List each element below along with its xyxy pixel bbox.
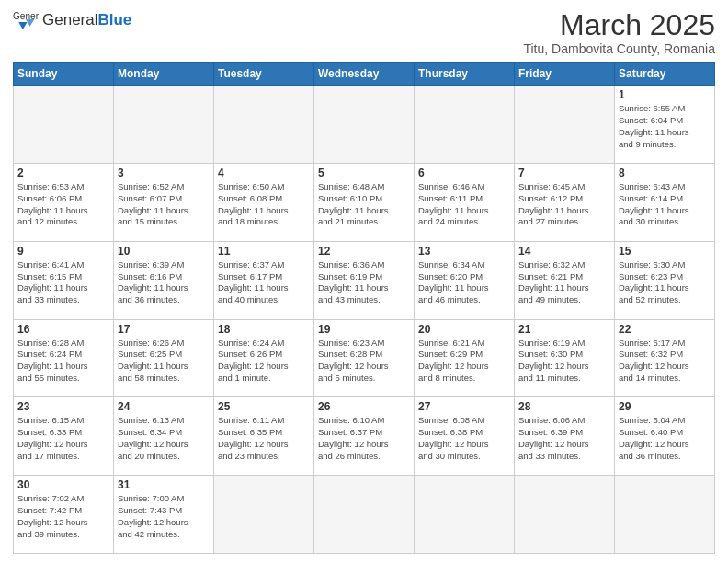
day-number: 6 [418, 167, 510, 179]
calendar-cell: 8Sunrise: 6:43 AM Sunset: 6:14 PM Daylig… [615, 163, 715, 241]
main-title: March 2025 [523, 9, 715, 41]
calendar-cell: 30Sunrise: 7:02 AM Sunset: 7:42 PM Dayli… [14, 476, 114, 554]
calendar-cell: 23Sunrise: 6:15 AM Sunset: 6:33 PM Dayli… [14, 397, 114, 476]
day-info: Sunrise: 6:15 AM Sunset: 6:33 PM Dayligh… [17, 415, 109, 462]
day-number: 29 [619, 400, 711, 413]
day-info: Sunrise: 6:43 AM Sunset: 6:14 PM Dayligh… [619, 181, 711, 228]
calendar-week-3: 9Sunrise: 6:41 AM Sunset: 6:15 PM Daylig… [14, 241, 715, 319]
calendar-cell: 6Sunrise: 6:46 AM Sunset: 6:11 PM Daylig… [415, 163, 515, 241]
calendar-cell [214, 86, 314, 164]
weekday-header-row: SundayMondayTuesdayWednesdayThursdayFrid… [14, 63, 715, 86]
day-number: 11 [218, 245, 310, 258]
calendar-cell: 1Sunrise: 6:55 AM Sunset: 6:04 PM Daylig… [615, 86, 715, 164]
calendar-cell: 12Sunrise: 6:36 AM Sunset: 6:19 PM Dayli… [314, 241, 415, 319]
day-info: Sunrise: 6:53 AM Sunset: 6:06 PM Dayligh… [17, 181, 109, 228]
day-number: 8 [619, 167, 711, 179]
svg-marker-1 [18, 22, 27, 29]
day-number: 12 [318, 245, 410, 258]
day-info: Sunrise: 6:34 AM Sunset: 6:20 PM Dayligh… [418, 259, 510, 306]
weekday-header-saturday: Saturday [615, 63, 715, 86]
day-info: Sunrise: 6:26 AM Sunset: 6:25 PM Dayligh… [118, 338, 210, 385]
day-info: Sunrise: 6:52 AM Sunset: 6:07 PM Dayligh… [118, 181, 210, 228]
day-info: Sunrise: 6:04 AM Sunset: 6:40 PM Dayligh… [619, 415, 711, 462]
calendar-cell: 21Sunrise: 6:19 AM Sunset: 6:30 PM Dayli… [515, 319, 615, 397]
day-number: 22 [619, 323, 711, 336]
day-number: 9 [17, 245, 109, 258]
calendar-cell: 17Sunrise: 6:26 AM Sunset: 6:25 PM Dayli… [114, 319, 214, 397]
day-number: 17 [118, 323, 210, 336]
calendar-cell: 5Sunrise: 6:48 AM Sunset: 6:10 PM Daylig… [314, 163, 415, 241]
day-info: Sunrise: 6:23 AM Sunset: 6:28 PM Dayligh… [318, 338, 410, 385]
calendar-cell: 29Sunrise: 6:04 AM Sunset: 6:40 PM Dayli… [615, 397, 715, 476]
calendar-week-6: 30Sunrise: 7:02 AM Sunset: 7:42 PM Dayli… [14, 476, 715, 554]
subtitle: Titu, Dambovita County, Romania [523, 41, 715, 56]
day-number: 15 [619, 245, 711, 258]
calendar-cell: 22Sunrise: 6:17 AM Sunset: 6:32 PM Dayli… [615, 319, 715, 397]
calendar-cell: 3Sunrise: 6:52 AM Sunset: 6:07 PM Daylig… [114, 163, 214, 241]
day-info: Sunrise: 6:24 AM Sunset: 6:26 PM Dayligh… [218, 338, 310, 385]
day-number: 2 [17, 167, 109, 179]
day-info: Sunrise: 6:45 AM Sunset: 6:12 PM Dayligh… [518, 181, 610, 228]
weekday-header-wednesday: Wednesday [314, 63, 415, 86]
calendar-cell: 16Sunrise: 6:28 AM Sunset: 6:24 PM Dayli… [14, 319, 114, 397]
title-block: March 2025 Titu, Dambovita County, Roman… [523, 9, 715, 56]
calendar-cell [14, 86, 114, 164]
calendar-cell: 27Sunrise: 6:08 AM Sunset: 6:38 PM Dayli… [415, 397, 515, 476]
logo: General GeneralBlue [13, 9, 131, 29]
weekday-header-tuesday: Tuesday [214, 63, 314, 86]
calendar-cell [214, 476, 314, 554]
day-info: Sunrise: 6:55 AM Sunset: 6:04 PM Dayligh… [619, 103, 711, 150]
day-info: Sunrise: 6:39 AM Sunset: 6:16 PM Dayligh… [118, 259, 210, 306]
calendar-week-1: 1Sunrise: 6:55 AM Sunset: 6:04 PM Daylig… [14, 86, 715, 164]
day-info: Sunrise: 7:00 AM Sunset: 7:43 PM Dayligh… [118, 493, 210, 540]
calendar-cell: 25Sunrise: 6:11 AM Sunset: 6:35 PM Dayli… [214, 397, 314, 476]
calendar-cell: 24Sunrise: 6:13 AM Sunset: 6:34 PM Dayli… [114, 397, 214, 476]
day-info: Sunrise: 6:08 AM Sunset: 6:38 PM Dayligh… [418, 415, 510, 462]
calendar-cell: 2Sunrise: 6:53 AM Sunset: 6:06 PM Daylig… [14, 163, 114, 241]
day-info: Sunrise: 6:21 AM Sunset: 6:29 PM Dayligh… [418, 338, 510, 385]
day-info: Sunrise: 6:06 AM Sunset: 6:39 PM Dayligh… [518, 415, 610, 462]
day-number: 31 [118, 478, 210, 491]
page: General GeneralBlue March 2025 Titu, Dam… [0, 0, 728, 563]
calendar-cell: 11Sunrise: 6:37 AM Sunset: 6:17 PM Dayli… [214, 241, 314, 319]
weekday-header-sunday: Sunday [14, 63, 114, 86]
day-number: 3 [118, 167, 210, 179]
calendar-cell: 15Sunrise: 6:30 AM Sunset: 6:23 PM Dayli… [615, 241, 715, 319]
calendar-cell: 18Sunrise: 6:24 AM Sunset: 6:26 PM Dayli… [214, 319, 314, 397]
day-info: Sunrise: 6:32 AM Sunset: 6:21 PM Dayligh… [518, 259, 610, 306]
day-info: Sunrise: 6:30 AM Sunset: 6:23 PM Dayligh… [619, 259, 711, 306]
day-number: 1 [619, 88, 711, 101]
day-number: 26 [318, 400, 410, 413]
calendar-cell [415, 86, 515, 164]
calendar-cell: 31Sunrise: 7:00 AM Sunset: 7:43 PM Dayli… [114, 476, 214, 554]
calendar-cell: 4Sunrise: 6:50 AM Sunset: 6:08 PM Daylig… [214, 163, 314, 241]
calendar-cell: 14Sunrise: 6:32 AM Sunset: 6:21 PM Dayli… [515, 241, 615, 319]
day-info: Sunrise: 6:36 AM Sunset: 6:19 PM Dayligh… [318, 259, 410, 306]
day-info: Sunrise: 6:10 AM Sunset: 6:37 PM Dayligh… [318, 415, 410, 462]
calendar-cell: 19Sunrise: 6:23 AM Sunset: 6:28 PM Dayli… [314, 319, 415, 397]
day-number: 28 [518, 400, 610, 413]
day-info: Sunrise: 6:19 AM Sunset: 6:30 PM Dayligh… [518, 338, 610, 385]
weekday-header-thursday: Thursday [415, 63, 515, 86]
calendar-cell: 7Sunrise: 6:45 AM Sunset: 6:12 PM Daylig… [515, 163, 615, 241]
day-number: 20 [418, 323, 510, 336]
calendar-week-2: 2Sunrise: 6:53 AM Sunset: 6:06 PM Daylig… [14, 163, 715, 241]
calendar-cell: 26Sunrise: 6:10 AM Sunset: 6:37 PM Dayli… [314, 397, 415, 476]
calendar-cell: 20Sunrise: 6:21 AM Sunset: 6:29 PM Dayli… [415, 319, 515, 397]
svg-marker-2 [26, 19, 34, 27]
day-number: 10 [118, 245, 210, 258]
day-info: Sunrise: 6:11 AM Sunset: 6:35 PM Dayligh… [218, 415, 310, 462]
day-info: Sunrise: 6:41 AM Sunset: 6:15 PM Dayligh… [17, 259, 109, 306]
day-number: 25 [218, 400, 310, 413]
day-number: 21 [518, 323, 610, 336]
calendar-cell [615, 476, 715, 554]
day-number: 27 [418, 400, 510, 413]
weekday-header-monday: Monday [114, 63, 214, 86]
calendar-cell [515, 86, 615, 164]
calendar-cell: 9Sunrise: 6:41 AM Sunset: 6:15 PM Daylig… [14, 241, 114, 319]
generalblue-icon: General [13, 9, 39, 29]
day-info: Sunrise: 6:46 AM Sunset: 6:11 PM Dayligh… [418, 181, 510, 228]
day-info: Sunrise: 6:17 AM Sunset: 6:32 PM Dayligh… [619, 338, 711, 385]
weekday-header-friday: Friday [515, 63, 615, 86]
day-info: Sunrise: 6:37 AM Sunset: 6:17 PM Dayligh… [218, 259, 310, 306]
